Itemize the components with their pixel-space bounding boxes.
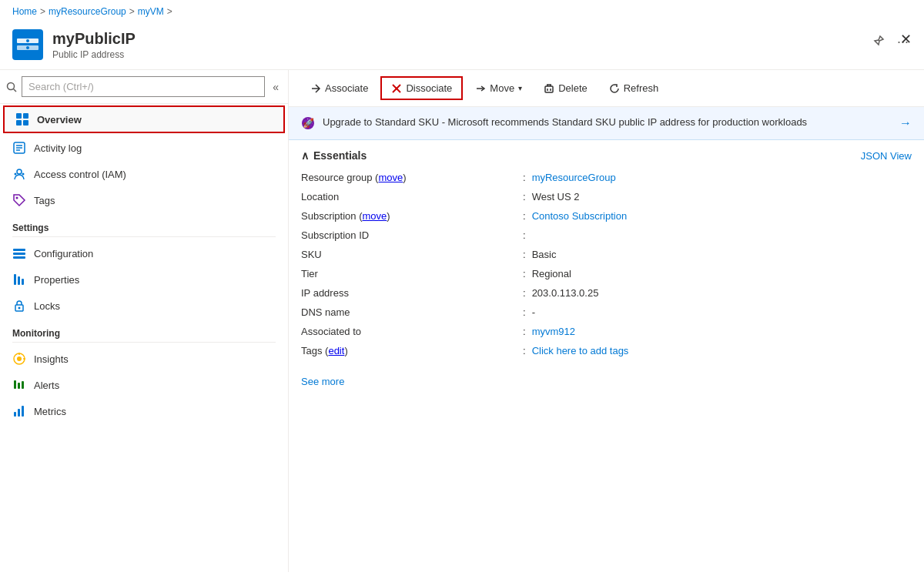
sidebar-item-configuration-label: Configuration — [34, 248, 93, 259]
sidebar: « Overview Activity log — [0, 70, 289, 572]
sidebar-item-properties[interactable]: Properties — [0, 266, 288, 293]
sidebar-item-access-control-label: Access control (IAM) — [34, 169, 126, 180]
settings-divider — [12, 236, 276, 237]
svg-point-17 — [15, 173, 17, 176]
svg-rect-7 — [16, 113, 22, 119]
essentials-title: ∧ Essentials — [301, 149, 367, 162]
essentials-label-associated-to: Associated to — [301, 326, 517, 337]
svg-point-26 — [18, 307, 21, 310]
svg-text:🚀: 🚀 — [303, 117, 314, 129]
essentials-row-ip-address: IP address : 203.0.113.0.25 — [301, 283, 912, 303]
essentials-label-tags: Tags (edit) — [301, 345, 517, 356]
refresh-label: Refresh — [624, 82, 659, 94]
sidebar-item-metrics-label: Metrics — [34, 406, 66, 417]
sidebar-item-overview[interactable]: Overview — [3, 105, 285, 133]
sidebar-item-insights[interactable]: Insights — [0, 346, 288, 372]
resource-group-value-link[interactable]: myResourceGroup — [532, 172, 616, 183]
essentials-label-resource-group: Resource group (move) — [301, 172, 517, 183]
tags-edit-link[interactable]: edit — [328, 345, 344, 356]
svg-rect-20 — [13, 253, 25, 255]
sidebar-item-tags[interactable]: Tags — [0, 187, 288, 213]
essentials-label-subscription-id: Subscription ID — [301, 229, 517, 241]
move-icon — [475, 83, 486, 94]
essentials-title-label: Essentials — [313, 149, 367, 162]
resource-subtitle: Public IP address — [52, 49, 869, 60]
metrics-icon — [12, 404, 26, 418]
svg-point-18 — [16, 197, 18, 199]
breadcrumb-vm[interactable]: myVM — [138, 6, 164, 17]
delete-label: Delete — [558, 82, 588, 94]
resource-group-move-link[interactable]: move — [378, 172, 403, 183]
sidebar-item-activity-log[interactable]: Activity log — [0, 135, 288, 161]
svg-rect-36 — [22, 406, 24, 417]
essentials-label-subscription: Subscription (move) — [301, 210, 517, 222]
refresh-button[interactable]: Refresh — [600, 78, 668, 99]
tags-add-link[interactable]: Click here to add tags — [532, 345, 629, 356]
associate-label: Associate — [325, 82, 368, 94]
svg-rect-35 — [18, 409, 20, 417]
main-layout: « Overview Activity log — [0, 70, 924, 572]
essentials-header: ∧ Essentials JSON View — [289, 140, 924, 168]
sidebar-item-access-control[interactable]: Access control (IAM) — [0, 161, 288, 187]
essentials-row-tier: Tier : Regional — [301, 264, 912, 283]
close-button[interactable]: ✕ — [900, 31, 912, 48]
sidebar-item-alerts[interactable]: Alerts — [0, 372, 288, 398]
svg-point-5 — [8, 82, 15, 89]
essentials-collapse-icon[interactable]: ∧ — [301, 149, 309, 162]
svg-point-16 — [22, 173, 25, 176]
subscription-move-link[interactable]: move — [362, 210, 387, 222]
associated-to-link[interactable]: myvm912 — [532, 326, 575, 337]
settings-section-title: Settings — [0, 213, 288, 236]
svg-rect-21 — [13, 256, 25, 259]
essentials-row-subscription-id: Subscription ID : — [301, 226, 912, 245]
dissociate-button[interactable]: Dissociate — [380, 76, 463, 100]
sidebar-item-alerts-label: Alerts — [34, 380, 59, 391]
essentials-value-location: West US 2 — [532, 191, 912, 202]
refresh-icon — [609, 83, 620, 94]
essentials-value-subscription: Contoso Subscription — [532, 210, 912, 222]
svg-point-15 — [17, 169, 22, 174]
svg-rect-10 — [23, 120, 28, 126]
sidebar-item-insights-label: Insights — [34, 353, 69, 365]
svg-rect-33 — [22, 381, 24, 389]
sidebar-item-metrics[interactable]: Metrics — [0, 398, 288, 424]
associate-icon — [310, 83, 321, 94]
sidebar-item-tags-label: Tags — [34, 195, 55, 206]
svg-rect-40 — [545, 86, 553, 92]
subscription-value-link[interactable]: Contoso Subscription — [532, 210, 628, 222]
delete-button[interactable]: Delete — [534, 78, 597, 99]
essentials-value-tier: Regional — [532, 268, 912, 279]
associate-button[interactable]: Associate — [301, 78, 377, 99]
essentials-value-tags: Click here to add tags — [532, 345, 912, 356]
banner-arrow[interactable]: → — [899, 116, 912, 130]
essentials-row-resource-group: Resource group (move) : myResourceGroup — [301, 168, 912, 187]
essentials-row-tags: Tags (edit) : Click here to add tags — [301, 341, 912, 360]
breadcrumb-resource-group[interactable]: myResourceGroup — [49, 6, 126, 17]
pin-button[interactable] — [869, 33, 888, 52]
essentials-label-ip-address: IP address — [301, 287, 517, 299]
svg-rect-9 — [16, 120, 22, 126]
essentials-grid: Resource group (move) : myResourceGroup … — [289, 168, 924, 373]
svg-rect-0 — [12, 29, 43, 60]
sidebar-item-locks[interactable]: Locks — [0, 293, 288, 319]
resource-title-block: myPublicIP Public IP address — [52, 29, 869, 60]
svg-rect-23 — [18, 276, 20, 285]
collapse-sidebar-button[interactable]: « — [270, 78, 282, 96]
alerts-icon — [12, 378, 26, 392]
see-more-link[interactable]: See more — [289, 373, 357, 397]
search-input[interactable] — [22, 76, 265, 97]
upgrade-icon: 🚀 — [301, 116, 315, 130]
sidebar-item-configuration[interactable]: Configuration — [0, 240, 288, 266]
move-button[interactable]: Move ▾ — [466, 78, 531, 99]
svg-rect-22 — [14, 274, 16, 285]
properties-icon — [12, 273, 26, 286]
banner-content: 🚀 Upgrade to Standard SKU - Microsoft re… — [301, 116, 899, 130]
banner-text: Upgrade to Standard SKU - Microsoft reco… — [323, 116, 807, 128]
breadcrumb-home[interactable]: Home — [12, 6, 37, 17]
sidebar-item-overview-label: Overview — [37, 114, 82, 126]
locks-icon — [12, 299, 26, 313]
upgrade-banner: 🚀 Upgrade to Standard SKU - Microsoft re… — [289, 107, 924, 140]
json-view-link[interactable]: JSON View — [861, 150, 912, 162]
search-icon — [6, 82, 17, 92]
activity-log-icon — [12, 141, 26, 155]
